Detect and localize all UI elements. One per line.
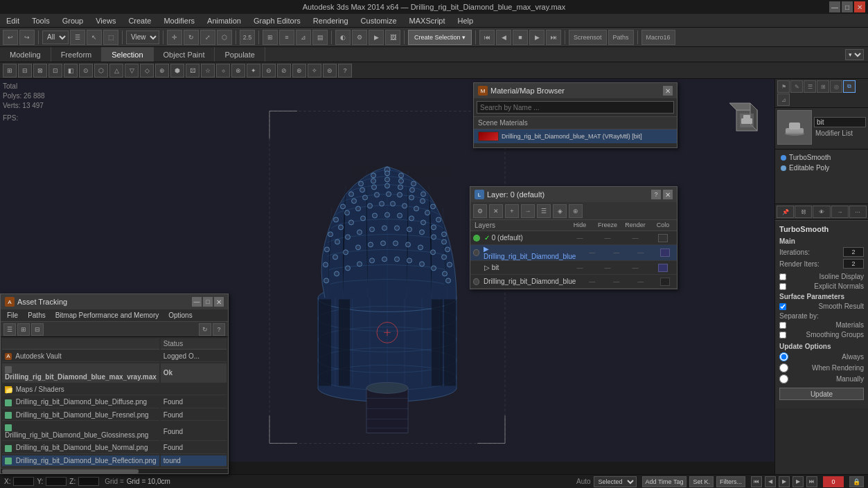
view-select[interactable]: View (126, 30, 159, 44)
pb-prev-btn[interactable]: ◀ (765, 476, 776, 487)
layer-merge-btn[interactable]: ⊕ (569, 204, 583, 218)
menu-tools[interactable]: Tools (30, 17, 52, 25)
material-editor-btn[interactable]: ◐ (335, 30, 351, 45)
render-frame-btn[interactable]: 🖼 (385, 30, 400, 45)
scene-explorer-btn[interactable]: ▤ (312, 30, 328, 45)
rp-icon-7[interactable]: ⊿ (777, 93, 790, 106)
layer-row-default[interactable]: ✓ 0 (default) — — — (470, 231, 677, 245)
pb-next-btn[interactable]: ▶ (792, 476, 804, 487)
iconbar-btn-19[interactable]: ⊘ (277, 64, 291, 78)
asset-scrollbar-thumb[interactable] (2, 469, 139, 473)
layer-panel-close[interactable]: ✕ (663, 190, 673, 199)
macro16-button[interactable]: Macro16 (641, 30, 675, 45)
chain-button[interactable]: ⛓ (795, 206, 812, 218)
arrow-button[interactable]: → (831, 206, 849, 218)
select-region-button[interactable]: ⬚ (103, 30, 118, 45)
undo-button[interactable]: ↩ (3, 30, 18, 45)
rp-icon-3[interactable]: ☰ (804, 80, 816, 93)
menu-rendering[interactable]: Rendering (311, 17, 351, 25)
layer-delete-btn[interactable]: ✕ (489, 204, 503, 218)
iconbar-btn-16[interactable]: ⊗ (231, 64, 245, 78)
layer-row-drilling[interactable]: ▶ Drilling_rig_bit_Diamond_blue — — — (470, 245, 677, 261)
iconbar-btn-8[interactable]: △ (109, 64, 123, 78)
align-button[interactable]: ≡ (279, 30, 294, 45)
asset-row-main[interactable]: Drilling_rig_bit_Diamond_blue_max_vray.m… (2, 363, 227, 382)
prev-frame-btn[interactable]: ◀ (496, 30, 511, 45)
key-frame-indicator[interactable]: 0 (823, 476, 844, 487)
layer-settings-btn[interactable]: ⚙ (473, 204, 487, 218)
iconbar-btn-12[interactable]: ⬢ (170, 64, 184, 78)
filter-select[interactable]: All (42, 30, 69, 44)
iconbar-btn-18[interactable]: ⊖ (262, 64, 276, 78)
iconbar-btn-4[interactable]: ⊡ (48, 64, 62, 78)
material-search-input[interactable] (477, 101, 674, 114)
render-setup-btn[interactable]: ⚙ (352, 30, 367, 45)
modifier-item-editablepoly[interactable]: Editable Poly (778, 163, 865, 173)
menu-graph-editors[interactable]: Graph Editors (251, 17, 303, 25)
add-time-tag-button[interactable]: Add Time Tag (642, 476, 687, 487)
scale-button[interactable]: ⤢ (200, 30, 215, 45)
asset-row-reflection[interactable]: Drilling_rig_bit_Diamond_blue_Reflection… (2, 455, 227, 467)
tab-selection[interactable]: Selection (102, 47, 153, 62)
menu-customize[interactable]: Customize (359, 17, 399, 25)
tab-freeform[interactable]: Freeform (51, 47, 103, 62)
close-button[interactable]: ✕ (854, 1, 865, 12)
nav-cube[interactable] (726, 100, 768, 141)
asset-row-folder[interactable]: 📁 Maps / Shaders (2, 384, 227, 395)
material-panel-titlebar[interactable]: M Material/Map Browser ✕ (474, 83, 677, 98)
asset-tb-btn-1[interactable]: ☰ (3, 323, 16, 336)
ts-render-input[interactable] (843, 259, 864, 269)
asset-row-vault[interactable]: A Autodesk Vault Logged O... (2, 351, 227, 362)
render-btn[interactable]: ▶ (369, 30, 384, 45)
layer-select-btn[interactable]: ☰ (537, 204, 551, 218)
iconbar-btn-1[interactable]: ⊞ (3, 64, 17, 78)
asset-row-normal[interactable]: Drilling_rig_bit_Diamond_blue_Normal.png… (2, 442, 227, 453)
ts-smoothing-checkbox[interactable] (779, 332, 786, 338)
rp-icon-1[interactable]: ⚑ (777, 80, 790, 93)
asset-menu-paths[interactable]: Paths (26, 311, 48, 319)
lock-button[interactable]: 🔒 (849, 476, 864, 487)
menu-animation[interactable]: Animation (205, 17, 243, 25)
layer-panel-help[interactable]: ? (651, 190, 661, 199)
asset-row-fresnel[interactable]: Drilling_rig_bit_Diamond_blue_Fresnel.pn… (2, 410, 227, 421)
iconbar-btn-10[interactable]: ◇ (140, 64, 154, 78)
mirror-button[interactable]: ⊞ (263, 30, 278, 45)
menu-edit[interactable]: Edit (4, 17, 21, 25)
pb-end-btn[interactable]: ⏭ (806, 476, 817, 487)
iconbar-btn-22[interactable]: ⊜ (323, 64, 337, 78)
tab-populate[interactable]: Populate (215, 47, 265, 62)
iconbar-btn-2[interactable]: ⊟ (18, 64, 32, 78)
iconbar-btn-13[interactable]: ⛝ (186, 64, 200, 78)
iconbar-btn-20[interactable]: ⊛ (292, 64, 306, 78)
rp-icon-6[interactable]: ⧉ (843, 80, 856, 93)
rp-icon-4[interactable]: ⊞ (817, 80, 829, 93)
placement-button[interactable]: ⬡ (217, 30, 232, 45)
layer-add-btn[interactable]: + (505, 204, 519, 218)
last-frame-btn[interactable]: ⏭ (546, 30, 561, 45)
asset-minimize-btn[interactable]: — (192, 297, 202, 307)
screenshot-button[interactable]: Screensot (569, 30, 607, 45)
layer-row-drilling2[interactable]: Drilling_rig_bit_Diamond_blue — — — (470, 275, 677, 289)
tab-modeling[interactable]: Modeling (0, 47, 51, 62)
select-button[interactable]: ↖ (87, 30, 102, 45)
ts-iterations-input[interactable] (843, 247, 864, 257)
iconbar-btn-3[interactable]: ⊠ (33, 64, 47, 78)
iconbar-btn-23[interactable]: ? (338, 64, 352, 78)
asset-tb-refresh[interactable]: ↻ (199, 323, 211, 336)
layer-panel-titlebar[interactable]: L Layer: 0 (default) ? ✕ (470, 187, 677, 202)
material-panel-close[interactable]: ✕ (663, 86, 673, 96)
tab-object-paint[interactable]: Object Paint (154, 47, 215, 62)
pin-button[interactable]: 📌 (777, 206, 794, 218)
select-by-name-button[interactable]: ☰ (70, 30, 85, 45)
iconbar-btn-11[interactable]: ⊕ (155, 64, 169, 78)
asset-row-diffuse[interactable]: Drilling_rig_bit_Diamond_blue_Diffuse.pn… (2, 397, 227, 408)
asset-tb-help[interactable]: ? (213, 323, 225, 336)
set-k-button[interactable]: Set K. (689, 476, 714, 487)
maximize-button[interactable]: □ (842, 1, 853, 12)
menu-create[interactable]: Create (126, 17, 153, 25)
dots-button[interactable]: ⋯ (849, 206, 867, 218)
zoom-btn[interactable]: 2.5 (240, 30, 255, 45)
asset-panel-close[interactable]: ✕ (214, 297, 224, 307)
mode-dropdown[interactable]: ▾ (845, 49, 864, 60)
ts-materials-checkbox[interactable] (779, 322, 786, 329)
